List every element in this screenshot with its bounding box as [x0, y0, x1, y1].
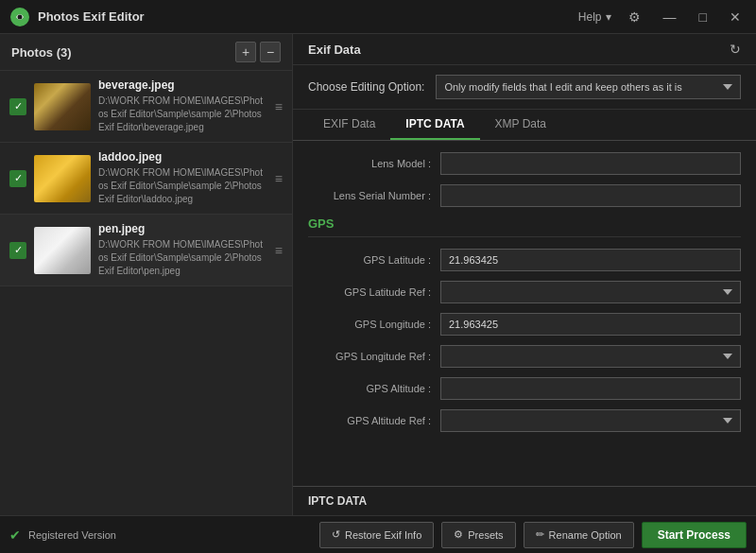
editing-option-select[interactable]: Only modify fields that I edit and keep … — [436, 75, 741, 99]
gps-field-row: GPS Altitude : — [308, 377, 741, 400]
gps-input-0[interactable] — [440, 249, 741, 271]
status-area: ✔ Registered Version — [9, 527, 312, 543]
gps-input-2[interactable] — [440, 313, 741, 336]
maximize-button[interactable]: □ — [694, 8, 713, 26]
file-item[interactable]: ✓ laddoo.jpeg D:\WORK FROM HOME\IMAGES\P… — [0, 143, 292, 215]
gps-label-0: GPS Latitude : — [308, 254, 440, 266]
chevron-down-icon: ▾ — [606, 10, 611, 24]
lens-model-row: Lens Model : — [308, 152, 741, 175]
file-thumbnail — [34, 83, 91, 130]
tabs: EXIF Data IPTC DATA XMP Data — [293, 110, 756, 141]
main-layout: Photos (3) + − ✓ beverage.jpeg D:\WORK F… — [0, 34, 756, 515]
tab-iptc[interactable]: IPTC DATA — [390, 110, 479, 140]
file-menu-icon[interactable]: ≡ — [275, 171, 283, 186]
tab-exif[interactable]: EXIF Data — [308, 110, 390, 140]
file-checkbox[interactable]: ✓ — [9, 170, 26, 187]
svg-point-1 — [18, 14, 23, 19]
start-process-button[interactable]: Start Process — [642, 522, 747, 548]
file-name: laddoo.jpeg — [98, 150, 267, 164]
file-checkbox[interactable]: ✓ — [9, 98, 26, 115]
app-title: Photos Exif Editor — [38, 9, 145, 24]
iptc-section: IPTC DATA — [293, 486, 756, 515]
file-info: laddoo.jpeg D:\WORK FROM HOME\IMAGES\Pho… — [98, 150, 267, 206]
file-menu-icon[interactable]: ≡ — [275, 243, 283, 258]
file-checkbox[interactable]: ✓ — [9, 242, 26, 259]
status-icon: ✔ — [9, 527, 21, 543]
rename-icon: ✏ — [536, 528, 544, 541]
gps-field-row: GPS Longitude Ref : — [308, 345, 741, 368]
file-menu-icon[interactable]: ≡ — [275, 99, 283, 114]
title-bar-left: Photos Exif Editor — [9, 7, 578, 27]
lens-model-label: Lens Model : — [308, 158, 440, 169]
bottom-toolbar: ✔ Registered Version ↺ Restore Exif Info… — [0, 515, 756, 553]
gps-input-4[interactable] — [440, 377, 741, 400]
restore-exif-button[interactable]: ↺ Restore Exif Info — [319, 522, 434, 548]
gps-select-3[interactable] — [440, 345, 741, 368]
right-header: Exif Data ↻ — [293, 34, 756, 65]
minimize-button[interactable]: — — [658, 8, 682, 26]
gps-section-label: GPS — [308, 216, 741, 237]
remove-photo-button[interactable]: − — [260, 42, 281, 62]
gps-field-row: GPS Longitude : — [308, 313, 741, 336]
file-path: D:\WORK FROM HOME\IMAGES\Photos Exif Edi… — [98, 95, 267, 134]
lens-serial-row: Lens Serial Number : — [308, 184, 741, 207]
right-panel: Exif Data ↻ Choose Editing Option: Only … — [293, 34, 756, 515]
file-thumbnail — [34, 155, 91, 202]
editing-option-label: Choose Editing Option: — [308, 80, 424, 94]
exif-title: Exif Data — [308, 43, 361, 57]
photos-title: Photos (3) — [11, 45, 72, 60]
file-item[interactable]: ✓ pen.jpeg D:\WORK FROM HOME\IMAGES\Phot… — [0, 215, 292, 286]
refresh-button[interactable]: ↻ — [730, 42, 741, 57]
gps-fields-container: GPS Latitude : GPS Latitude Ref : GPS Lo… — [308, 249, 741, 432]
left-header: Photos (3) + − — [0, 34, 292, 71]
file-name: beverage.jpeg — [98, 78, 267, 92]
close-button[interactable]: ✕ — [724, 8, 747, 26]
file-info: pen.jpeg D:\WORK FROM HOME\IMAGES\Photos… — [98, 222, 267, 278]
tab-xmp[interactable]: XMP Data — [480, 110, 561, 140]
presets-icon: ⚙ — [454, 528, 463, 541]
gps-select-1[interactable] — [440, 281, 741, 303]
lens-serial-label: Lens Serial Number : — [308, 190, 440, 201]
presets-button[interactable]: ⚙ Presets — [441, 522, 515, 548]
file-name: pen.jpeg — [98, 222, 267, 235]
status-label: Registered Version — [28, 529, 116, 541]
gps-field-row: GPS Latitude Ref : — [308, 281, 741, 303]
gps-label-3: GPS Longitude Ref : — [308, 351, 440, 362]
gps-field-row: GPS Latitude : — [308, 249, 741, 271]
gps-label-1: GPS Latitude Ref : — [308, 286, 440, 298]
lens-model-input[interactable] — [440, 152, 741, 175]
iptc-section-label: IPTC DATA — [308, 494, 367, 508]
file-info: beverage.jpeg D:\WORK FROM HOME\IMAGES\P… — [98, 78, 267, 134]
file-list: ✓ beverage.jpeg D:\WORK FROM HOME\IMAGES… — [0, 71, 292, 515]
file-item[interactable]: ✓ beverage.jpeg D:\WORK FROM HOME\IMAGES… — [0, 71, 292, 143]
editing-option-row: Choose Editing Option: Only modify field… — [293, 65, 756, 110]
rename-option-button[interactable]: ✏ Rename Option — [524, 522, 634, 548]
form-area: Lens Model : Lens Serial Number : GPS GP… — [293, 141, 756, 486]
help-button[interactable]: Help ▾ — [578, 10, 611, 24]
header-buttons: + − — [235, 42, 281, 62]
gps-select-5[interactable] — [440, 409, 741, 432]
title-bar-right: Help ▾ ⚙ — □ ✕ — [578, 8, 747, 26]
add-photo-button[interactable]: + — [235, 42, 256, 62]
title-bar: Photos Exif Editor Help ▾ ⚙ — □ ✕ — [0, 0, 756, 34]
restore-icon: ↺ — [332, 528, 340, 541]
lens-serial-input[interactable] — [440, 184, 741, 207]
file-thumbnail — [34, 227, 91, 274]
gps-label-5: GPS Altitude Ref : — [308, 415, 440, 426]
gps-label-4: GPS Altitude : — [308, 383, 440, 394]
app-icon — [9, 7, 30, 27]
gps-label-2: GPS Longitude : — [308, 319, 440, 330]
left-panel: Photos (3) + − ✓ beverage.jpeg D:\WORK F… — [0, 34, 293, 515]
settings-button[interactable]: ⚙ — [623, 8, 646, 26]
file-path: D:\WORK FROM HOME\IMAGES\Photos Exif Edi… — [98, 238, 267, 278]
file-path: D:\WORK FROM HOME\IMAGES\Photos Exif Edi… — [98, 166, 267, 206]
gps-field-row: GPS Altitude Ref : — [308, 409, 741, 432]
